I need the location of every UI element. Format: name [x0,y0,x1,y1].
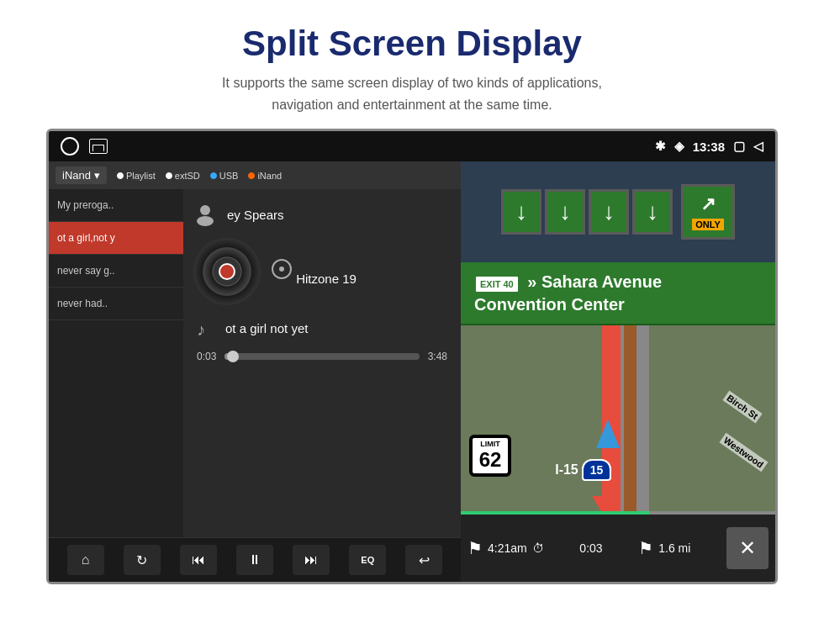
track-song: ot a girl not yet [225,321,308,335]
next-button[interactable]: ⏭ [293,545,330,575]
player-body: My preroga.. ot a girl,not y never say g… [49,189,461,537]
only-label: ONLY [692,219,724,230]
location-icon: ◈ [674,139,684,154]
source-option-inand[interactable]: iNand [248,171,282,181]
source-option-inand-label: iNand [257,171,282,181]
progress-bar[interactable] [224,353,419,360]
map-background: ↓ ↓ ↓ ↓ ↗ ONLY [461,161,775,582]
flag-icon-2: ⚑ [638,538,653,558]
radio-dot-usb [210,172,217,179]
remaining-stat: ⚑ 1.6 mi [638,538,690,558]
music-note-icon: ♪ [193,317,215,339]
image-icon [89,139,108,154]
status-time: 13:38 [693,140,725,154]
elapsed-time: 0:03 [579,541,602,555]
back-button[interactable]: ↩ [405,545,442,575]
radio-dot-inand [248,172,255,179]
status-bar: ✱ ◈ 13:38 ▢ ◁ [49,131,775,161]
eq-button[interactable]: EQ [349,545,386,575]
bluetooth-icon: ✱ [655,139,666,154]
time-current: 0:03 [197,351,216,362]
playlist-item-3[interactable]: never say g.. [49,255,183,288]
down-arrow-1: ↓ [515,198,527,225]
music-player-panel: iNand ▾ Playlist extSD USB iNand [49,161,461,582]
green-arrow-signs: ↓ ↓ ↓ ↓ [501,189,673,235]
vinyl-center [219,263,235,280]
only-sign: ↗ ONLY [681,184,735,240]
track-song-row: ♪ ot a girl not yet [193,317,451,339]
back-icon: ◁ [753,139,763,154]
svg-text:♪: ♪ [197,320,205,339]
page-title: Split Screen Display [17,24,807,64]
i15-label: I-15 [555,462,578,478]
arrow-sign-1: ↓ [501,189,541,235]
arrow-sign-4: ↓ [632,189,673,235]
prev-button[interactable]: ⏮ [180,545,217,575]
split-screen: iNand ▾ Playlist extSD USB iNand [49,161,775,582]
arrival-stat: ⚑ 4:21am ⏱ [467,538,544,558]
source-option-usb[interactable]: USB [210,171,239,181]
map-road-area: Birch St Westwood LIMIT 62 I-15 [461,325,775,515]
repeat-button[interactable]: ↻ [124,545,161,575]
progress-thumb [227,351,239,362]
track-album: Hitzone 19 [296,272,357,286]
svg-point-0 [200,205,210,215]
source-option-playlist-label: Playlist [126,171,156,181]
source-option-playlist[interactable]: Playlist [117,171,156,181]
speed-number: 62 [476,448,504,472]
source-selector[interactable]: iNand ▾ [55,166,107,184]
arrow-sign-2: ↓ [545,189,585,235]
down-arrow-3: ↓ [603,198,615,225]
source-bar: iNand ▾ Playlist extSD USB iNand [49,161,461,189]
device-frame: ✱ ◈ 13:38 ▢ ◁ iNand ▾ Playlist [46,129,778,584]
pause-button[interactable]: ⏸ [236,545,273,575]
nav-close-button[interactable]: ✕ [726,527,769,569]
window-icon: ▢ [733,139,745,154]
source-option-extsd[interactable]: extSD [166,171,200,181]
disc-icon [271,258,293,280]
playlist-item-4[interactable]: never had.. [49,288,183,320]
clock-icon: ⏱ [532,541,544,555]
status-left-icons [61,137,108,156]
flag-icon: ⚑ [467,538,483,558]
svg-point-3 [279,267,284,272]
exit-banner: EXIT 40 » Sahara AvenueConvention Center [461,262,775,326]
circle-icon [61,137,79,156]
highway-sign-overlay: I-15 15 [555,459,611,481]
arrival-time: 4:21am [488,541,527,555]
speed-limit-label: LIMIT [476,440,504,448]
only-up-arrow: ↗ [700,193,716,215]
page-header: Split Screen Display It supports the sam… [0,0,824,129]
arrow-sign-3: ↓ [589,189,629,235]
interstate-shield: 15 [582,459,612,481]
track-artist: ey Spears [227,208,284,222]
source-option-extsd-label: extSD [175,171,200,181]
home-button[interactable]: ⌂ [67,545,104,575]
nav-status-bar: ⚑ 4:21am ⏱ 0:03 ⚑ 1.6 mi ✕ [461,515,775,582]
elapsed-stat: 0:03 [579,541,602,555]
source-label: iNand [62,169,91,182]
navigation-arrow [596,420,620,448]
page-subtitle: It supports the same screen display of t… [17,72,807,115]
playlist-item-1[interactable]: My preroga.. [49,189,183,222]
vinyl-disc [193,238,261,305]
nav-direction-arrow [592,496,612,513]
exit-badge: EXIT 40 [474,275,520,293]
road-vertical-secondary [636,325,649,515]
speed-limit-sign: LIMIT 62 [469,435,511,477]
playlist-sidebar: My preroga.. ot a girl,not y never say g… [49,189,183,537]
navigation-panel: ↓ ↓ ↓ ↓ ↗ ONLY [461,161,775,582]
highway-signs-area: ↓ ↓ ↓ ↓ ↗ ONLY [461,161,775,262]
speed-box: LIMIT 62 [469,435,511,477]
playlist-item-2[interactable]: ot a girl,not y [49,222,183,255]
time-total: 3:48 [428,351,447,362]
status-right-info: ✱ ◈ 13:38 ▢ ◁ [655,139,763,154]
down-arrow-2: ↓ [559,198,571,225]
player-main: ey Spears Hitzone 19 [183,189,461,537]
down-arrow-4: ↓ [647,198,658,225]
svg-point-1 [197,216,214,226]
track-album-row: Hitzone 19 [193,238,451,305]
radio-dot-playlist [117,172,124,179]
person-icon [193,203,217,226]
track-artist-row: ey Spears [193,203,451,226]
